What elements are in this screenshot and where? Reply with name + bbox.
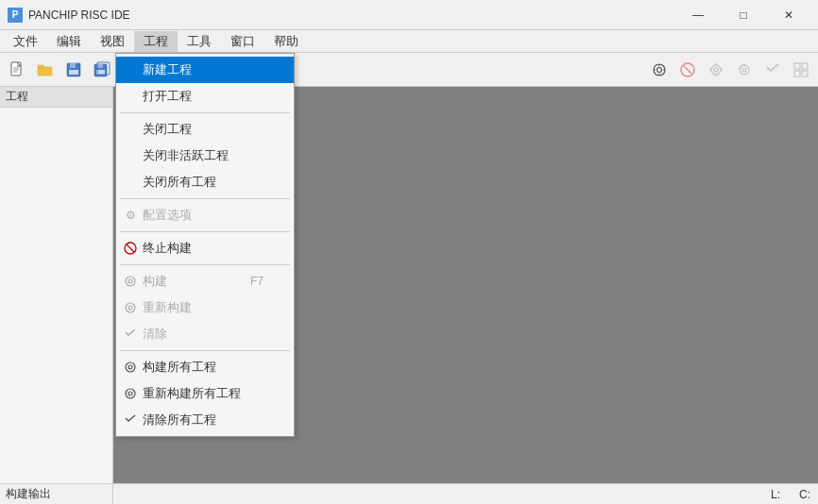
clean-button[interactable] bbox=[759, 57, 786, 83]
separator-5 bbox=[120, 350, 290, 351]
menu-build-all[interactable]: 构建所有工程 bbox=[116, 354, 294, 380]
svg-point-15 bbox=[657, 67, 662, 72]
svg-point-36 bbox=[126, 277, 135, 286]
menu-config[interactable]: ⚙ 配置选项 bbox=[116, 202, 294, 228]
col-coord: C: bbox=[799, 488, 810, 501]
clean-all-icon bbox=[122, 412, 139, 428]
build-menu-icon bbox=[122, 273, 139, 290]
grid-icon bbox=[793, 62, 809, 77]
project-panel-title: 工程 bbox=[6, 89, 28, 105]
separator-3 bbox=[120, 231, 290, 232]
svg-point-40 bbox=[126, 362, 135, 372]
new-project-label: 新建工程 bbox=[143, 61, 192, 78]
svg-rect-9 bbox=[69, 70, 78, 75]
rebuild-button[interactable] bbox=[731, 57, 758, 83]
config-icon: ⚙ bbox=[122, 207, 139, 224]
menu-close-all[interactable]: 关闭所有工程 bbox=[116, 169, 294, 195]
menu-clean-all[interactable]: 清除所有工程 bbox=[116, 407, 294, 433]
close-project-label: 关闭工程 bbox=[143, 121, 192, 138]
menu-open-project[interactable]: 打开工程 bbox=[116, 83, 294, 109]
grid-button[interactable] bbox=[788, 57, 814, 83]
svg-rect-30 bbox=[794, 63, 800, 69]
config-label: 配置选项 bbox=[143, 207, 192, 224]
bottom-bar: 构建输出 L: C: bbox=[0, 483, 818, 504]
rebuild-label: 重新构建 bbox=[143, 299, 192, 316]
menu-new-project[interactable]: 新建工程 bbox=[116, 57, 294, 83]
open-project-label: 打开工程 bbox=[143, 88, 192, 105]
svg-rect-5 bbox=[38, 67, 52, 76]
svg-rect-6 bbox=[38, 65, 43, 68]
save-all-button[interactable] bbox=[89, 57, 115, 83]
svg-point-23 bbox=[714, 68, 718, 72]
separator-2 bbox=[120, 198, 290, 199]
menu-file[interactable]: 文件 bbox=[4, 31, 47, 52]
svg-point-38 bbox=[126, 303, 135, 312]
svg-line-35 bbox=[127, 244, 134, 252]
left-panel: 工程 bbox=[0, 87, 113, 483]
svg-rect-31 bbox=[802, 63, 808, 69]
svg-point-42 bbox=[126, 389, 135, 398]
clean-label: 清除 bbox=[143, 326, 167, 343]
build-button[interactable] bbox=[703, 57, 729, 83]
new-file-button[interactable] bbox=[4, 57, 30, 83]
save-icon bbox=[65, 61, 82, 78]
project-dropdown-menu: 新建工程 打开工程 关闭工程 关闭非活跃工程 关闭所有工程 ⚙ 配置选项 终止构… bbox=[115, 53, 295, 437]
svg-line-21 bbox=[684, 66, 691, 74]
svg-rect-8 bbox=[70, 63, 76, 68]
build-output-label: 构建输出 bbox=[0, 484, 113, 504]
svg-point-22 bbox=[711, 65, 721, 75]
separator-4 bbox=[120, 264, 290, 265]
menu-window[interactable]: 窗口 bbox=[221, 31, 264, 52]
build-all-label: 构建所有工程 bbox=[143, 359, 216, 376]
svg-point-41 bbox=[128, 365, 132, 369]
settings-button[interactable] bbox=[646, 57, 673, 83]
menu-tools[interactable]: 工具 bbox=[178, 31, 221, 52]
svg-point-43 bbox=[128, 392, 132, 395]
stop-build-icon bbox=[122, 240, 139, 257]
menu-close-project[interactable]: 关闭工程 bbox=[116, 116, 294, 143]
status-bar-right: L: C: bbox=[113, 488, 818, 501]
menu-edit[interactable]: 编辑 bbox=[47, 31, 91, 52]
rebuild-all-icon bbox=[122, 385, 139, 402]
menu-rebuild-all[interactable]: 重新构建所有工程 bbox=[116, 380, 294, 407]
clean-menu-icon bbox=[122, 326, 139, 343]
svg-rect-11 bbox=[97, 64, 103, 68]
line-coord: L: bbox=[771, 488, 780, 501]
build-shortcut: F7 bbox=[250, 275, 264, 288]
maximize-button[interactable]: □ bbox=[722, 0, 765, 30]
menu-stop-build[interactable]: 终止构建 bbox=[116, 235, 294, 261]
menu-rebuild[interactable]: 重新构建 bbox=[116, 294, 294, 321]
close-inactive-label: 关闭非活跃工程 bbox=[143, 147, 229, 164]
clean-all-label: 清除所有工程 bbox=[143, 412, 216, 428]
stop-icon bbox=[680, 62, 695, 77]
window-controls: — □ ✕ bbox=[676, 0, 810, 30]
open-folder-button[interactable] bbox=[32, 57, 59, 83]
col-label: C: bbox=[799, 488, 810, 501]
line-label: L: bbox=[771, 488, 780, 501]
close-all-label: 关闭所有工程 bbox=[143, 174, 216, 191]
menu-view[interactable]: 视图 bbox=[91, 31, 134, 52]
svg-point-29 bbox=[742, 68, 746, 72]
menu-clean[interactable]: 清除 bbox=[116, 321, 294, 347]
menu-bar: 文件 编辑 视图 工程 工具 窗口 帮助 bbox=[0, 30, 818, 53]
menu-help[interactable]: 帮助 bbox=[264, 31, 308, 52]
project-panel-header: 工程 bbox=[0, 87, 112, 108]
save-button[interactable] bbox=[60, 57, 87, 83]
rebuild-all-label: 重新构建所有工程 bbox=[143, 385, 241, 402]
minimize-button[interactable]: — bbox=[676, 0, 720, 30]
settings-icon bbox=[652, 62, 667, 77]
build-all-icon bbox=[122, 359, 139, 376]
close-button[interactable]: ✕ bbox=[767, 0, 810, 30]
svg-rect-33 bbox=[802, 71, 808, 76]
menu-build[interactable]: 构建 F7 bbox=[116, 268, 294, 294]
build-icon bbox=[708, 62, 724, 77]
separator-1 bbox=[120, 112, 290, 113]
stop-button[interactable] bbox=[674, 57, 701, 83]
menu-project[interactable]: 工程 bbox=[134, 31, 178, 52]
svg-point-39 bbox=[128, 306, 132, 310]
svg-point-37 bbox=[128, 279, 132, 283]
rebuild-icon bbox=[737, 62, 752, 77]
title-bar: P PANCHIP RISC IDE — □ ✕ bbox=[0, 0, 818, 30]
build-label: 构建 bbox=[143, 273, 167, 290]
menu-close-inactive[interactable]: 关闭非活跃工程 bbox=[116, 143, 294, 169]
